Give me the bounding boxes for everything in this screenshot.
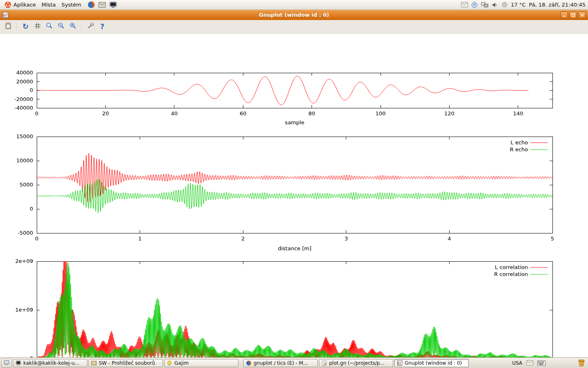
svg-text:120: 120 <box>444 110 454 117</box>
file-manager-icon <box>91 360 97 366</box>
ubuntu-logo-icon <box>4 1 11 8</box>
toolbar-separator <box>81 22 82 31</box>
trash-icon[interactable] <box>577 359 586 367</box>
mail-launcher-icon[interactable] <box>98 0 107 9</box>
zoom-icon <box>46 22 53 31</box>
svg-text:40000: 40000 <box>16 70 33 76</box>
clock[interactable]: Pá, 18. září, 21:40:45 <box>529 2 586 8</box>
series-l-correlation <box>37 258 552 359</box>
taskbar-item-label: kaklik@kaklik-kolej-u... <box>23 360 79 366</box>
help-icon: ? <box>100 23 105 30</box>
text-editor-icon <box>321 360 327 366</box>
temperature-label[interactable]: 17 °C <box>511 2 526 8</box>
applications-menu-label: Aplikace <box>13 2 36 8</box>
config-icon <box>87 22 94 31</box>
top-panel: Aplikace Místa Systém <box>0 0 588 10</box>
close-button[interactable] <box>578 11 586 19</box>
terminal-icon <box>16 360 21 366</box>
system-menu[interactable]: Systém <box>58 1 84 9</box>
svg-text:100: 100 <box>376 110 386 117</box>
zoom-in-button[interactable] <box>67 21 78 32</box>
series-r-correlation <box>37 263 552 359</box>
system-menu-label: Systém <box>61 2 81 8</box>
taskbar-item-editor[interactable]: plot.gn (~/projects/p... <box>319 359 393 367</box>
taskbar-item-terminal[interactable]: kaklik@kaklik-kolej-u... <box>13 359 87 367</box>
applications-menu[interactable]: Aplikace <box>2 0 39 9</box>
chart-correlation[interactable]: 01234501e+092e+09distance [m]L correlati… <box>0 258 588 368</box>
panel-status-area: 17 °C Pá, 18. září, 21:40:45 <box>461 2 586 8</box>
svg-text:140: 140 <box>513 110 523 117</box>
firefox-icon <box>246 360 252 366</box>
taskbar-item-label: plot.gn (~/projects/p... <box>329 360 385 366</box>
svg-text:3: 3 <box>345 236 348 242</box>
weather-icon[interactable] <box>501 2 508 8</box>
svg-text:R echo: R echo <box>510 146 528 153</box>
svg-text:-20000: -20000 <box>14 96 33 102</box>
terminal-launcher-icon[interactable] <box>109 0 118 9</box>
svg-text:-5000: -5000 <box>18 230 33 236</box>
zoom-previous-button[interactable] <box>44 21 55 32</box>
help-button[interactable]: ? <box>97 21 108 32</box>
mail-tray-icon[interactable] <box>526 360 533 366</box>
svg-text:1e+09: 1e+09 <box>15 307 33 313</box>
chart-echo[interactable]: 012345-5000050001000015000distance [m]L … <box>0 132 588 255</box>
zoom-out-icon <box>58 22 65 31</box>
replot-button[interactable]: ↻ <box>20 21 31 32</box>
panel-launchers <box>87 0 118 9</box>
copy-clipboard-button[interactable] <box>2 21 13 32</box>
svg-text:10000: 10000 <box>16 157 33 164</box>
svg-text:20000: 20000 <box>16 79 33 85</box>
svg-text:40: 40 <box>171 110 178 117</box>
gnuplot-window-icon <box>2 12 9 18</box>
window-controls <box>560 11 586 19</box>
taskbar-item-label: Gajim <box>174 360 189 366</box>
keyboard-tray-icon[interactable] <box>537 360 546 366</box>
zoom-out-button[interactable] <box>56 21 67 32</box>
places-menu[interactable]: Místa <box>39 1 59 9</box>
svg-text:1: 1 <box>138 236 141 242</box>
taskbar-item-gajim[interactable]: Gajim <box>164 359 238 367</box>
config-button[interactable] <box>85 21 96 32</box>
gnuplot-icon <box>397 360 403 366</box>
gajim-icon <box>167 360 172 366</box>
sync-icon[interactable] <box>471 2 478 8</box>
svg-text:L echo: L echo <box>510 139 528 146</box>
svg-text:R correlation: R correlation <box>494 271 528 277</box>
series-chirp-signal <box>37 76 528 105</box>
svg-text:60: 60 <box>240 110 247 117</box>
keyboard-layout-indicator[interactable]: USA <box>512 360 522 366</box>
minimize-button[interactable] <box>560 11 568 19</box>
grid-icon <box>34 22 41 31</box>
svg-text:15000: 15000 <box>16 133 33 139</box>
mail-icon[interactable] <box>461 2 468 7</box>
chart-signal[interactable]: 020406080100120140-40000-200000200004000… <box>0 68 588 132</box>
network-icon[interactable] <box>481 2 488 8</box>
firefox-launcher-icon[interactable] <box>87 0 96 9</box>
svg-text:20: 20 <box>102 110 109 117</box>
volume-icon[interactable] <box>492 2 498 8</box>
toolbar-separator <box>16 22 17 31</box>
svg-text:-40000: -40000 <box>14 105 33 111</box>
svg-text:2: 2 <box>241 236 245 242</box>
svg-text:2e+09: 2e+09 <box>15 258 33 264</box>
show-desktop-button[interactable] <box>1 359 12 368</box>
svg-text:distance [m]: distance [m] <box>278 245 311 251</box>
svg-text:80: 80 <box>308 110 315 117</box>
svg-text:L correlation: L correlation <box>495 264 528 270</box>
maximize-button[interactable] <box>569 11 577 19</box>
grid-button[interactable] <box>32 21 43 32</box>
taskbar-item-label: SW - Prohlížeč souborů <box>99 360 155 366</box>
taskbar-item-file-manager[interactable]: SW - Prohlížeč souborů <box>89 359 163 367</box>
gnuplot-canvas[interactable]: 020406080100120140-40000-200000200004000… <box>0 34 588 357</box>
window-titlebar[interactable]: Gnuplot (window id : 0) <box>0 10 588 20</box>
svg-text:0: 0 <box>30 206 33 212</box>
gnuplot-toolbar: ↻ ? <box>0 20 588 34</box>
zoom-in-icon <box>69 22 77 31</box>
taskbar-item-gnuplot[interactable]: Gnuplot (window id : 0) <box>394 359 469 367</box>
taskbar-item-firefox[interactable]: gnuplot / tics (E) - M... <box>243 359 318 367</box>
svg-text:0: 0 <box>35 236 38 242</box>
bottom-taskbar: kaklik@kaklik-kolej-u... SW - Prohlížeč … <box>0 357 588 368</box>
svg-text:5: 5 <box>551 236 554 242</box>
svg-text:0: 0 <box>35 110 38 117</box>
replot-icon: ↻ <box>22 23 29 30</box>
